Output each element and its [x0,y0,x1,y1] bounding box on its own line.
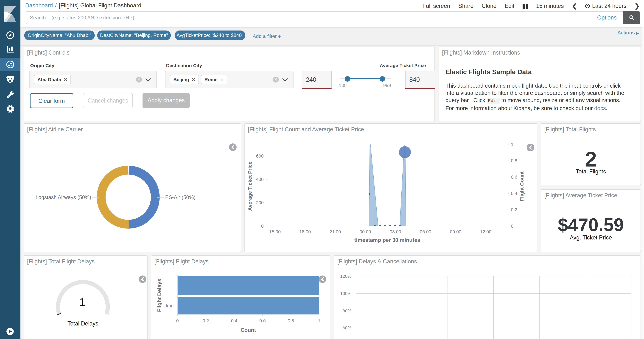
svg-text:0: 0 [176,318,179,323]
svg-text:0.2: 0.2 [202,318,209,323]
svg-text:0: 0 [261,224,264,229]
svg-text:Average Ticket Price: Average Ticket Price [247,161,253,211]
svg-text:03:00: 03:00 [390,229,401,234]
svg-text:0.6: 0.6 [511,175,517,180]
svg-text:0.4: 0.4 [511,191,517,196]
svg-text:Flight Count: Flight Count [519,171,524,201]
svg-text:Total Delays: Total Delays [68,320,98,327]
svg-text:120%: 120% [340,274,352,279]
svg-text:1: 1 [318,318,320,323]
svg-text:Logstash Airways (50%): Logstash Airways (50%) [36,194,91,200]
svg-text:60%: 60% [342,326,352,330]
svg-text:Count: Count [240,327,256,333]
svg-text:80%: 80% [342,309,352,313]
svg-text:0.4: 0.4 [231,318,237,323]
svg-text:timestamp per 30 minutes: timestamp per 30 minutes [354,237,420,243]
svg-text:ES-Air (50%): ES-Air (50%) [165,194,196,200]
svg-text:100%: 100% [340,291,352,296]
svg-text:0.2: 0.2 [511,207,517,212]
svg-text:09:00: 09:00 [450,229,461,234]
svg-text:1: 1 [511,142,514,147]
svg-text:600: 600 [256,153,264,158]
svg-text:0.8: 0.8 [511,158,517,163]
svg-text:15:00: 15:00 [269,229,281,234]
svg-text:0.8: 0.8 [288,318,294,323]
svg-text:00:00: 00:00 [360,229,371,234]
svg-text:400: 400 [256,177,264,182]
svg-text:Flight Delays: Flight Delays [156,279,162,312]
svg-text:12:00: 12:00 [480,229,492,234]
svg-text:0.6: 0.6 [260,318,266,323]
svg-text:21:00: 21:00 [330,229,341,234]
svg-text:true: true [166,303,174,308]
svg-text:1: 1 [79,296,86,309]
svg-text:200: 200 [256,200,264,205]
svg-text:06:00: 06:00 [420,229,431,234]
svg-text:18:00: 18:00 [299,229,311,234]
svg-text:0: 0 [511,224,514,229]
